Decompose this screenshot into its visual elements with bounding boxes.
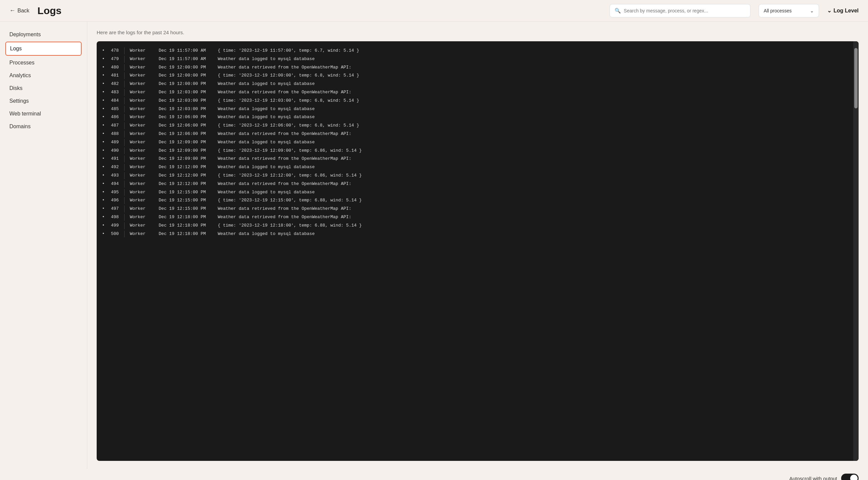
log-time: Dec 19 11:57:00 AM bbox=[159, 47, 213, 54]
log-time: Dec 19 12:15:00 PM bbox=[159, 205, 213, 212]
log-divider bbox=[124, 181, 125, 188]
sidebar-item-domains[interactable]: Domains bbox=[0, 120, 87, 133]
search-bar[interactable]: 🔍 bbox=[610, 4, 750, 18]
log-row: • 489 Worker Dec 19 12:09:00 PM Weather … bbox=[97, 138, 853, 147]
log-process: Worker bbox=[130, 222, 153, 229]
log-bullet: • bbox=[102, 231, 105, 238]
toggle-thumb bbox=[850, 475, 858, 480]
log-content[interactable]: • 478 Worker Dec 19 11:57:00 AM { time: … bbox=[97, 41, 853, 461]
log-bullet: • bbox=[102, 155, 105, 162]
log-time: Dec 19 12:12:00 PM bbox=[159, 164, 213, 171]
log-message: Weather data retrieved from the OpenWeat… bbox=[218, 181, 848, 188]
log-message: Weather data logged to mysql database bbox=[218, 189, 848, 196]
log-message: Weather data logged to mysql database bbox=[218, 106, 848, 113]
log-num: 478 bbox=[107, 47, 119, 54]
back-button[interactable]: ← Back bbox=[9, 7, 30, 14]
log-scrollbar[interactable] bbox=[853, 41, 859, 461]
log-time: Dec 19 12:18:00 PM bbox=[159, 214, 213, 221]
log-process: Worker bbox=[130, 122, 153, 129]
log-row: • 485 Worker Dec 19 12:03:00 PM Weather … bbox=[97, 105, 853, 114]
log-divider bbox=[124, 89, 125, 96]
back-arrow-icon: ← bbox=[9, 7, 16, 14]
log-num: 492 bbox=[107, 164, 119, 171]
log-process: Worker bbox=[130, 181, 153, 188]
log-row: • 488 Worker Dec 19 12:06:00 PM Weather … bbox=[97, 130, 853, 138]
sidebar-item-label: Web terminal bbox=[9, 111, 41, 117]
log-num: 486 bbox=[107, 114, 119, 121]
chevron-down-icon: ⌄ bbox=[810, 8, 814, 13]
back-label: Back bbox=[18, 8, 30, 14]
log-divider bbox=[124, 139, 125, 146]
log-message: Weather data logged to mysql database bbox=[218, 164, 848, 171]
log-time: Dec 19 12:15:00 PM bbox=[159, 197, 213, 204]
autoscroll-toggle[interactable] bbox=[841, 474, 859, 480]
log-bullet: • bbox=[102, 147, 105, 154]
log-time: Dec 19 12:03:00 PM bbox=[159, 97, 213, 104]
log-process: Worker bbox=[130, 164, 153, 171]
log-row: • 500 Worker Dec 19 12:18:00 PM Weather … bbox=[97, 230, 853, 238]
log-message: { time: '2023-12-19 12:12:00', temp: 6.8… bbox=[218, 172, 848, 179]
log-time: Dec 19 12:00:00 PM bbox=[159, 64, 213, 71]
log-message: { time: '2023-12-19 11:57:00', temp: 6.7… bbox=[218, 47, 848, 54]
process-filter[interactable]: All processes ⌄ bbox=[758, 4, 819, 18]
log-num: 493 bbox=[107, 172, 119, 179]
search-input[interactable] bbox=[624, 8, 745, 13]
log-row: • 497 Worker Dec 19 12:15:00 PM Weather … bbox=[97, 205, 853, 213]
log-message: Weather data retrieved from the OpenWeat… bbox=[218, 205, 848, 212]
log-time: Dec 19 12:12:00 PM bbox=[159, 181, 213, 188]
sidebar-item-logs[interactable]: Logs bbox=[5, 41, 82, 56]
log-process: Worker bbox=[130, 106, 153, 113]
log-num: 500 bbox=[107, 231, 119, 238]
sidebar-item-analytics[interactable]: Analytics bbox=[0, 69, 87, 82]
log-row: • 491 Worker Dec 19 12:09:00 PM Weather … bbox=[97, 155, 853, 163]
log-divider bbox=[124, 147, 125, 154]
log-divider bbox=[124, 189, 125, 196]
log-bullet: • bbox=[102, 197, 105, 204]
log-row: • 495 Worker Dec 19 12:15:00 PM Weather … bbox=[97, 188, 853, 197]
logs-subtitle: Here are the logs for the past 24 hours. bbox=[97, 30, 859, 35]
page-title: Logs bbox=[38, 5, 62, 17]
log-bullet: • bbox=[102, 56, 105, 63]
log-divider bbox=[124, 214, 125, 221]
log-divider bbox=[124, 122, 125, 129]
log-terminal[interactable]: • 478 Worker Dec 19 11:57:00 AM { time: … bbox=[97, 41, 859, 461]
log-num: 480 bbox=[107, 64, 119, 71]
log-process: Worker bbox=[130, 64, 153, 71]
log-bullet: • bbox=[102, 130, 105, 138]
log-time: Dec 19 12:18:00 PM bbox=[159, 231, 213, 238]
log-scrollbar-thumb[interactable] bbox=[854, 48, 858, 109]
log-divider bbox=[124, 56, 125, 63]
footer-bar: Autoscroll with output bbox=[0, 469, 868, 480]
log-level-button[interactable]: ⌄ Log Level bbox=[827, 7, 859, 14]
sidebar-item-disks[interactable]: Disks bbox=[0, 82, 87, 95]
log-divider bbox=[124, 155, 125, 162]
log-bullet: • bbox=[102, 106, 105, 113]
sidebar-item-processes[interactable]: Processes bbox=[0, 56, 87, 69]
log-num: 491 bbox=[107, 155, 119, 162]
sidebar-item-label: Analytics bbox=[9, 72, 31, 79]
log-row: • 496 Worker Dec 19 12:15:00 PM { time: … bbox=[97, 197, 853, 205]
log-process: Worker bbox=[130, 56, 153, 63]
log-time: Dec 19 12:09:00 PM bbox=[159, 155, 213, 162]
log-num: 497 bbox=[107, 205, 119, 212]
log-row: • 483 Worker Dec 19 12:03:00 PM Weather … bbox=[97, 88, 853, 97]
log-row: • 486 Worker Dec 19 12:06:00 PM Weather … bbox=[97, 113, 853, 121]
log-bullet: • bbox=[102, 205, 105, 212]
log-bullet: • bbox=[102, 214, 105, 221]
sidebar-item-web-terminal[interactable]: Web terminal bbox=[0, 108, 87, 120]
log-bullet: • bbox=[102, 139, 105, 146]
log-num: 484 bbox=[107, 97, 119, 104]
log-process: Worker bbox=[130, 114, 153, 121]
log-bullet: • bbox=[102, 47, 105, 54]
log-divider bbox=[124, 114, 125, 121]
sidebar-item-deployments[interactable]: Deployments bbox=[0, 28, 87, 41]
log-num: 483 bbox=[107, 89, 119, 96]
log-row: • 487 Worker Dec 19 12:06:00 PM { time: … bbox=[97, 121, 853, 130]
log-message: { time: '2023-12-19 12:15:00', temp: 6.8… bbox=[218, 197, 848, 204]
sidebar-item-settings[interactable]: Settings bbox=[0, 95, 87, 108]
log-bullet: • bbox=[102, 81, 105, 88]
log-time: Dec 19 12:00:00 PM bbox=[159, 81, 213, 88]
log-bullet: • bbox=[102, 164, 105, 171]
log-process: Worker bbox=[130, 47, 153, 54]
log-num: 496 bbox=[107, 197, 119, 204]
